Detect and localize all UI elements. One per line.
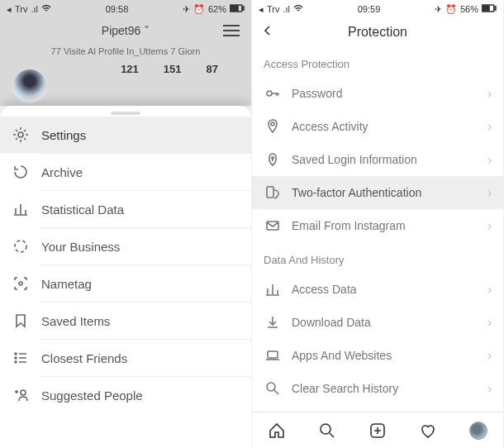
settings-list[interactable]: Access Protection Password › Access Acti… — [252, 46, 503, 412]
battery-percent: 62% — [208, 4, 226, 14]
item-access-data[interactable]: Access Data › — [252, 273, 503, 306]
item-label: Access Activity — [292, 120, 487, 133]
menu-item-archive[interactable]: Archive — [0, 154, 251, 190]
svg-rect-12 — [483, 6, 489, 11]
signal-strength-icon: .ıl — [283, 4, 290, 14]
username-label[interactable]: Pipet96 ˅ — [28, 24, 223, 37]
item-two-factor-authentication[interactable]: Two-factor Authentication › — [252, 176, 503, 209]
page-title: Protection — [278, 25, 477, 40]
svg-rect-18 — [268, 351, 278, 358]
menu-label: Suggested People — [41, 388, 143, 403]
carrier-label: Trv — [267, 4, 279, 14]
status-bar: ◂ Trv .ıl 09:59 ✈ ⏰ 56% — [252, 0, 503, 18]
tab-bar — [252, 412, 503, 448]
tab-add-icon[interactable] — [368, 421, 388, 441]
chevron-right-icon: › — [487, 186, 492, 199]
svg-point-5 — [19, 282, 22, 285]
alarm-icon: ⏰ — [193, 4, 205, 15]
laptop-icon — [264, 346, 282, 365]
chevron-right-icon: › — [487, 316, 492, 329]
menu-item-closest-friends[interactable]: Closest Friends — [0, 340, 251, 376]
status-bar: ◂ Trv .ıl 09:58 ✈ ⏰ 62% — [0, 0, 251, 18]
chevron-right-icon: › — [487, 283, 492, 296]
svg-point-20 — [321, 424, 330, 434]
pin-icon — [264, 117, 282, 136]
search-icon — [264, 379, 282, 398]
item-label: Download Data — [292, 316, 487, 329]
svg-point-8 — [15, 361, 17, 363]
status-time: 09:58 — [51, 4, 183, 14]
item-access-activity[interactable]: Access Activity › — [252, 110, 503, 143]
stat-value: 121 — [121, 63, 139, 75]
item-label: Saved Login Information — [292, 153, 487, 166]
svg-point-14 — [271, 122, 274, 126]
profile-visits-text: 77 Visite Al Profile In_Uttems 7 Giorn — [0, 43, 251, 63]
svg-point-15 — [272, 157, 273, 159]
signal-icon: ◂ — [7, 4, 12, 15]
battery-icon — [482, 4, 497, 14]
item-saved-login-information[interactable]: Saved Login Information › — [252, 143, 503, 176]
add-person-icon — [12, 386, 30, 404]
tab-home-icon[interactable] — [267, 421, 287, 441]
list-icon — [12, 349, 30, 367]
location-icon: ✈ — [183, 4, 190, 15]
hamburger-icon[interactable] — [223, 25, 240, 36]
tab-search-icon[interactable] — [317, 421, 337, 441]
mail-icon — [264, 217, 282, 235]
left-phone: ◂ Trv .ıl 09:58 ✈ ⏰ 62% Pipet96 ˅ — [0, 0, 252, 448]
battery-percent: 56% — [460, 4, 478, 14]
section-header: Access Protection — [252, 46, 503, 77]
right-phone: ◂ Trv .ıl 09:59 ✈ ⏰ 56% Protection Acces… — [252, 0, 504, 448]
gear-icon — [12, 126, 30, 144]
menu-item-settings[interactable]: Settings — [0, 117, 251, 153]
sheet-grabber[interactable] — [111, 112, 140, 115]
bottom-sheet: Settings Archive Statistical Data Your B… — [0, 106, 251, 448]
chevron-right-icon: › — [487, 87, 492, 100]
svg-point-7 — [15, 357, 17, 359]
svg-point-3 — [18, 132, 23, 137]
item-download-data[interactable]: Download Data › — [252, 306, 503, 339]
item-label: Apps And Websites — [292, 349, 487, 362]
svg-rect-17 — [267, 222, 278, 230]
svg-rect-16 — [267, 187, 273, 198]
tab-heart-icon[interactable] — [418, 421, 438, 441]
chart-icon — [12, 200, 30, 218]
chart-icon — [264, 280, 282, 298]
keyhole-icon — [264, 150, 282, 169]
avatar-icon — [469, 422, 487, 440]
svg-point-9 — [21, 390, 26, 395]
menu-item-nametag[interactable]: Nametag — [0, 265, 251, 302]
menu-label: Closest Friends — [41, 351, 127, 365]
section-header: Data And History — [252, 242, 503, 273]
alarm-icon: ⏰ — [445, 4, 457, 15]
profile-avatar[interactable] — [12, 68, 48, 104]
svg-point-19 — [267, 383, 275, 391]
profile-header: Pipet96 ˅ — [0, 18, 251, 43]
item-label: Password — [292, 87, 487, 100]
back-icon[interactable] — [262, 25, 278, 40]
item-clear-search-history[interactable]: Clear Search History › — [252, 372, 503, 405]
svg-rect-2 — [231, 6, 238, 11]
status-time: 09:59 — [303, 4, 435, 14]
item-label: Clear Search History — [292, 382, 487, 395]
signal-strength-icon: .ıl — [31, 4, 38, 14]
menu-item-your-business[interactable]: Your Business — [0, 228, 251, 265]
item-email-from-instagram[interactable]: Email From Instagram › — [252, 209, 503, 242]
item-apps-and-websites[interactable]: Apps And Websites › — [252, 339, 503, 372]
wifi-icon — [293, 4, 303, 14]
menu-item-statistical-data[interactable]: Statistical Data — [0, 191, 251, 227]
tab-profile[interactable] — [468, 421, 488, 441]
chevron-right-icon: › — [487, 349, 492, 362]
item-password[interactable]: Password › — [252, 77, 503, 110]
menu-label: Saved Items — [41, 314, 110, 328]
chevron-right-icon: › — [487, 219, 492, 232]
menu-item-saved-items[interactable]: Saved Items — [0, 303, 251, 339]
menu-label: Statistical Data — [41, 203, 124, 217]
nametag-icon — [12, 274, 30, 293]
stat-value: 151 — [164, 63, 182, 75]
item-label: Access Data — [292, 283, 487, 296]
svg-rect-11 — [494, 7, 496, 10]
menu-item-suggested-people[interactable]: Suggested People — [0, 377, 251, 413]
item-label: Two-factor Authentication — [292, 186, 487, 199]
page-header: Protection — [252, 18, 503, 46]
